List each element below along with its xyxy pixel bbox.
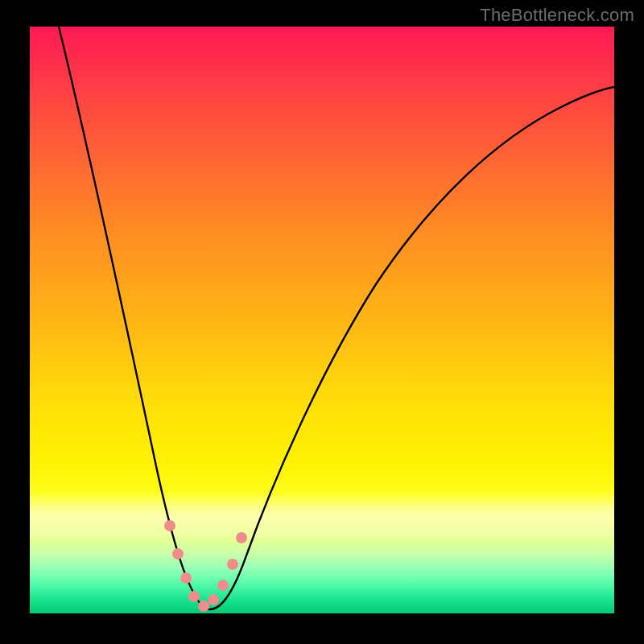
bottleneck-curve-path [59, 27, 614, 609]
svg-point-4 [198, 601, 209, 612]
watermark-text: TheBottleneck.com [480, 5, 634, 26]
svg-point-3 [188, 591, 200, 602]
minimum-markers [164, 520, 247, 612]
svg-point-7 [227, 559, 238, 570]
svg-point-0 [164, 520, 175, 531]
svg-point-1 [172, 548, 184, 559]
plot-area [30, 27, 614, 613]
svg-point-8 [236, 532, 247, 543]
svg-point-6 [217, 580, 229, 591]
bottleneck-curve-svg [30, 27, 614, 613]
svg-point-2 [180, 572, 192, 584]
chart-frame: TheBottleneck.com [0, 0, 644, 644]
svg-point-5 [208, 594, 219, 605]
